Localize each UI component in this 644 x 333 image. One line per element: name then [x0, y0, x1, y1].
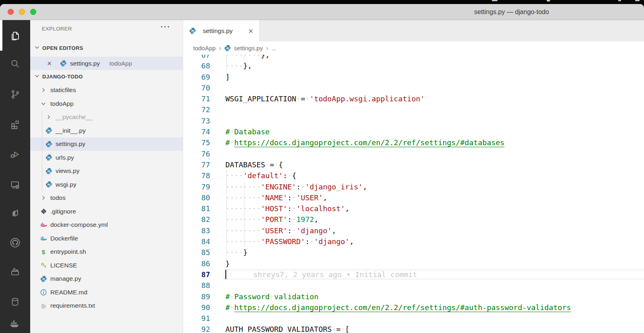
code-view[interactable]: 67········},68····},69]7071WSGI_APPLICAT… [183, 55, 644, 333]
code-line-79[interactable]: 79········'ENGINE':·'django_iris', [183, 181, 644, 192]
text-cursor [225, 270, 226, 279]
activity-source-control[interactable] [0, 85, 30, 103]
breadcrumb-item-...[interactable]: ... [271, 45, 277, 51]
code-line-74[interactable]: 74#·Database [183, 126, 644, 137]
code-line-82[interactable]: 82········'PORT':·1972, [183, 214, 644, 225]
activity-explorer[interactable] [0, 26, 30, 45]
code-line-69[interactable]: 69] [183, 72, 644, 82]
code-line-85[interactable]: 85····} [183, 247, 644, 258]
open-editor-folder-badge: todoApp [109, 60, 132, 67]
tree-item-__init__.py[interactable]: __init__.py [30, 124, 183, 138]
code-line-77[interactable]: 77DATABASES·=·{ [183, 159, 644, 170]
activity-search[interactable] [0, 54, 30, 73]
open-editors-header[interactable]: OPEN EDITORS [30, 41, 183, 55]
activity-slanted-extension[interactable] [0, 204, 30, 222]
chevron-right-icon [39, 195, 47, 201]
tree-item-.gitignore[interactable]: .gitignore [30, 205, 183, 218]
code-line-86[interactable]: 86} [183, 258, 644, 269]
line-number: 76 [183, 148, 210, 159]
tree-item-staticfiles[interactable]: staticfiles [30, 84, 183, 97]
open-editors-label: OPEN EDITORS [42, 45, 83, 51]
tree-item-__pycache__[interactable]: __pycache__ [30, 111, 183, 124]
code-line-91[interactable]: 91 [183, 313, 644, 324]
breadcrumb-item-settings.py[interactable]: settings.py [224, 45, 263, 51]
tree-item-requirements.txt[interactable]: requirements.txt [30, 299, 183, 313]
code-line-83[interactable]: 83········'USER':·'django', [183, 225, 644, 236]
breadcrumb-item-todoApp[interactable]: todoApp [193, 45, 216, 51]
code-text: DATABASES·=·{ [225, 159, 283, 170]
file-tree: staticfilestodoApp__pycache____init__.py… [30, 84, 183, 313]
code-line-76[interactable]: 76 [183, 148, 644, 159]
more-actions-icon[interactable]: ··· [161, 23, 171, 31]
python-icon [45, 181, 53, 188]
code-line-75[interactable]: 75#·https://docs.djangoproject.com/en/2.… [183, 137, 644, 148]
tree-item-docker-compose.yml[interactable]: docker-compose.yml [30, 218, 183, 232]
code-line-89[interactable]: 89#·Password·validation [183, 291, 644, 302]
github-icon [9, 237, 21, 249]
code-line-70[interactable]: 70 [183, 82, 644, 93]
open-editor-settings.py[interactable]: ×settings.pytodoApp [30, 57, 183, 70]
tree-item-wsgi.py[interactable]: wsgi.py [30, 178, 183, 191]
tree-item-Dockerfile[interactable]: Dockerfile [30, 232, 183, 245]
tree-item-LICENSE[interactable]: LICENSE [30, 259, 183, 272]
line-number: 73 [183, 115, 210, 126]
close-window-button[interactable] [8, 9, 14, 15]
code-line-92[interactable]: 92AUTH_PASSWORD_VALIDATORS·=·[ [183, 324, 644, 333]
code-text: } [225, 258, 230, 269]
maximize-window-button[interactable] [30, 9, 36, 15]
code-line-68[interactable]: 68····}, [183, 60, 644, 71]
tree-item-label: todos [50, 194, 66, 201]
line-number: 69 [183, 72, 210, 82]
close-editor-icon[interactable]: × [47, 61, 53, 66]
activity-toolbox-extension[interactable] [0, 262, 30, 280]
tree-item-README.md[interactable]: README.md [30, 286, 183, 299]
minimize-window-button[interactable] [19, 9, 25, 15]
activity-docker-extension[interactable] [0, 316, 30, 333]
tree-item-manage.py[interactable]: manage.py [30, 272, 183, 286]
tree-item-views.py[interactable]: views.py [30, 164, 183, 178]
tree-item-label: Dockerfile [50, 235, 78, 242]
extensions-icon [10, 119, 21, 130]
line-number: 71 [183, 93, 210, 104]
line-number: 67 [183, 55, 210, 60]
python-icon [60, 60, 67, 67]
code-line-72[interactable]: 72 [183, 104, 644, 115]
activity-github[interactable] [0, 233, 30, 252]
line-number: 75 [183, 137, 210, 148]
chevron-down-icon [34, 73, 40, 80]
activity-run-debug[interactable] [0, 145, 30, 163]
line-number: 72 [183, 104, 210, 115]
tree-item-entrypoint.sh[interactable]: $entrypoint.sh [30, 245, 183, 259]
activity-extensions[interactable] [0, 115, 30, 134]
code-line-71[interactable]: 71WSGI_APPLICATION·=·'todoApp.wsgi.appli… [183, 93, 644, 104]
vscode-window: settings.py — django-todo EXPLORER ··· O… [0, 4, 644, 333]
tree-item-todoApp[interactable]: todoApp [30, 97, 183, 111]
breadcrumb: todoApp›settings.py›... [183, 41, 644, 55]
remote-monitor-icon [10, 179, 21, 190]
activity-database-extension[interactable] [0, 292, 30, 311]
tree-item-settings.py[interactable]: settings.py [30, 138, 183, 151]
debug-icon [10, 149, 21, 160]
tab-close-icon[interactable]: × [248, 27, 253, 35]
code-line-81[interactable]: 81········'HOST':·'localhost', [183, 203, 644, 214]
activity-remote-explorer[interactable] [0, 175, 30, 194]
code-line-90[interactable]: 90#·https://docs.djangoproject.com/en/2.… [183, 302, 644, 313]
menu-icon-fragment [492, 0, 497, 1]
line-number: 85 [183, 247, 210, 258]
code-line-73[interactable]: 73 [183, 115, 644, 126]
code-line-67[interactable]: 67········}, [183, 55, 644, 60]
code-text: AUTH_PASSWORD_VALIDATORS·=·[ [225, 324, 349, 333]
code-line-88[interactable]: 88 [183, 280, 644, 291]
activity-bar [0, 20, 30, 333]
tree-item-urls.py[interactable]: urls.py [30, 151, 183, 164]
code-text: ] [225, 72, 230, 82]
code-line-84[interactable]: 84········'PASSWORD':·'django', [183, 236, 644, 247]
code-line-87[interactable]: 87shreys7, 2 years ago • Initial commit [183, 269, 644, 280]
tree-item-todos[interactable]: todos [30, 191, 183, 205]
git-icon [39, 208, 47, 214]
code-line-78[interactable]: 78····'default':·{ [183, 170, 644, 181]
tab-settings-py[interactable]: settings.py × [183, 20, 260, 41]
workspace-header[interactable]: DJANGO-TODO [30, 70, 183, 83]
code-line-80[interactable]: 80········'NAME':·'USER', [183, 192, 644, 203]
tree-item-label: views.py [56, 167, 79, 175]
